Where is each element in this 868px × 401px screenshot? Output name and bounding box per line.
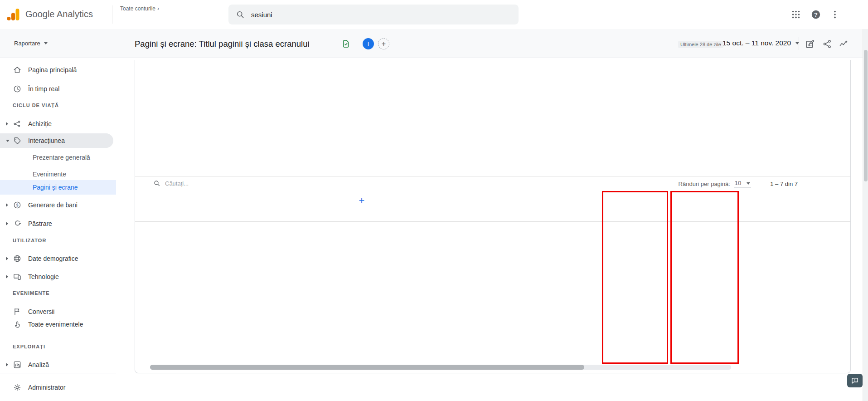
global-search[interactable] (228, 5, 519, 24)
help-icon: ? (811, 10, 821, 20)
insights-button[interactable] (838, 38, 849, 50)
report-card: Rânduri per pagină: 10 1 – 7 din 7 + (135, 60, 851, 373)
sidebar-item-label: Date demografice (28, 255, 78, 262)
devices-icon (13, 272, 22, 281)
date-range-picker[interactable]: 15 oct. – 11 nov. 2020 (723, 39, 799, 47)
sidebar-item-label: Păstrare (28, 220, 52, 227)
table-search[interactable] (153, 180, 301, 187)
acquisition-icon (13, 119, 22, 128)
analysis-icon (13, 360, 22, 369)
sidebar-item-label: Analiză (28, 361, 49, 368)
expand-arrow-icon[interactable] (6, 257, 10, 260)
vertical-scrollbar (863, 29, 868, 401)
sidebar-item-administrator[interactable]: Administrator (0, 380, 116, 395)
sidebar-item-pastrare[interactable]: Păstrare (0, 216, 116, 231)
sidebar-item-pagini-si-ecrane[interactable]: Pagini și ecrane (0, 180, 116, 195)
sidebar-item-label: În timp real (28, 85, 59, 93)
sidebar-item-label: Toate evenimentele (28, 320, 96, 328)
sidebar-item-label: Administrator (28, 384, 65, 391)
accounts-label: Toate conturile (120, 5, 155, 12)
help-button[interactable]: ? (810, 9, 821, 20)
sidebar-item-label: Evenimente (33, 171, 66, 178)
sidebar-item-label: Prezentare generală (33, 153, 96, 161)
vertical-scrollbar-thumb[interactable] (864, 50, 868, 181)
add-dimension-button[interactable]: + (356, 196, 367, 206)
table-search-input[interactable] (165, 180, 301, 187)
table-header-row (135, 191, 850, 222)
search-input[interactable] (251, 11, 487, 19)
collapse-arrow-icon[interactable] (6, 140, 10, 142)
more-vert-icon (830, 10, 840, 20)
rows-per-page-select[interactable]: 10 (734, 180, 751, 188)
brand-title: Google Analytics (25, 9, 93, 20)
share-icon (822, 39, 832, 49)
sidebar-item-label: Tehnologie (28, 273, 59, 280)
rows-per-page-label: Rânduri per pagină: (679, 181, 730, 187)
svg-text:$: $ (16, 203, 19, 207)
search-icon (153, 180, 160, 187)
chevron-right-icon: › (157, 5, 159, 12)
gear-icon (13, 383, 22, 392)
feedback-bubble-icon (851, 377, 859, 385)
sidebar-item-label: Generare de bani (28, 201, 78, 209)
expand-arrow-icon[interactable] (6, 122, 10, 126)
report-header-band: Raportare Pagini și ecrane: Titlul pagin… (0, 29, 868, 58)
date-range-label: 15 oct. – 11 nov. 2020 (723, 39, 791, 47)
segment-avatar[interactable]: T (363, 38, 374, 49)
page-title: Pagini și ecrane: Titlul paginii și clas… (135, 39, 310, 49)
sidebar-item-toate-evenimentele[interactable]: Toate evenimentele (0, 315, 116, 333)
sidebar-item-label: Interacțiunea (28, 137, 65, 144)
account-breadcrumb[interactable]: Toate conturile › (120, 5, 159, 12)
sidebar-section-utilizator: UTILIZATOR (13, 238, 46, 243)
apps-grid-button[interactable] (790, 9, 801, 20)
sidebar-item-label: Conversii (28, 308, 54, 315)
table-totals-row (135, 222, 850, 247)
customize-report-button[interactable] (804, 38, 816, 50)
top-app-bar: Google Analytics Toate conturile › ? (0, 0, 868, 29)
sidebar-item-label: Achiziție (28, 120, 52, 127)
share-button[interactable] (821, 38, 833, 50)
insights-sparkline-icon (839, 39, 849, 49)
topbar-divider (112, 5, 112, 24)
sidebar-section-ciclu-de-viata: CICLU DE VIAȚĂ (13, 103, 59, 108)
google-analytics-app: Google Analytics Toate conturile › ? Rap… (0, 0, 868, 401)
horizontal-scrollbar-thumb[interactable] (150, 365, 584, 370)
chevron-down-icon (44, 42, 48, 44)
pagination-range: 1 – 7 din 7 (770, 181, 798, 187)
expand-arrow-icon[interactable] (6, 275, 10, 279)
monetization-icon: $ (13, 200, 22, 210)
google-analytics-logo-icon[interactable] (7, 8, 20, 21)
add-comparison-button[interactable]: + (378, 38, 389, 49)
chevron-down-icon (747, 182, 750, 185)
sidebar-item-pagina-principala[interactable]: Pagina principală (0, 63, 116, 77)
expand-arrow-icon[interactable] (6, 203, 10, 207)
sidebar-item-analiza[interactable]: Analiză (0, 357, 116, 372)
sidebar-item-evenimente-child[interactable]: Evenimente (0, 167, 116, 181)
sidebar-item-date-demografice[interactable]: Date demografice (0, 251, 116, 266)
data-quality-icon[interactable] (341, 39, 350, 48)
table-toolbar: Rânduri per pagină: 10 1 – 7 din 7 (135, 176, 850, 191)
more-menu-button[interactable] (829, 9, 840, 20)
sidebar-nav: Pagina principalăÎn timp realCICLU DE VI… (0, 58, 116, 401)
table-pagination: Rânduri per pagină: 10 1 – 7 din 7 (679, 180, 798, 188)
feedback-button[interactable] (847, 374, 863, 387)
sidebar-item-label: Pagina principală (28, 66, 77, 73)
horizontal-scrollbar (150, 365, 731, 370)
nav-switch-label: Raportare (14, 40, 40, 47)
globe-icon (13, 254, 22, 263)
expand-arrow-icon[interactable] (6, 222, 10, 225)
sidebar-item-in-timp-real[interactable]: În timp real (0, 82, 116, 96)
flag-icon (13, 307, 22, 316)
expand-arrow-icon[interactable] (6, 363, 10, 367)
sidebar-item-interactiunea[interactable]: Interacțiunea (0, 133, 113, 148)
sidebar-item-generare-de-bani[interactable]: $Generare de bani (0, 198, 116, 212)
home-icon (13, 65, 22, 74)
sidebar-item-tehnologie[interactable]: Tehnologie (0, 269, 116, 284)
edit-chart-icon (805, 39, 815, 49)
search-icon (236, 10, 245, 19)
header-divider (799, 37, 799, 50)
sidebar-item-achizitie[interactable]: Achiziție (0, 117, 116, 131)
report-nav-switcher[interactable]: Raportare (14, 40, 48, 47)
sidebar-item-prezentare-generala[interactable]: Prezentare generală (0, 149, 116, 166)
svg-text:?: ? (814, 11, 818, 18)
